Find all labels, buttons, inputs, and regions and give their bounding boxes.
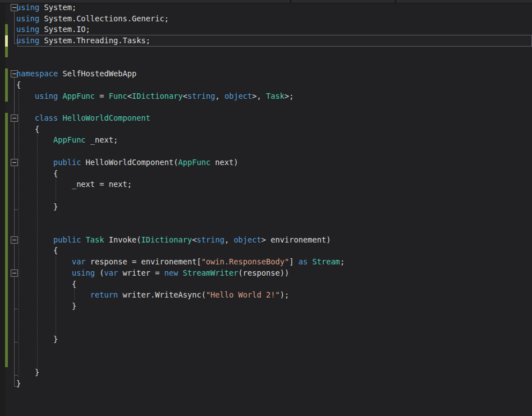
code-token: AppFunc bbox=[178, 158, 210, 167]
code-token: using bbox=[16, 36, 39, 45]
code-line-24[interactable]: var response = environement["owin.Respon… bbox=[16, 257, 532, 268]
code-token: writer = bbox=[118, 268, 164, 277]
code-token: return bbox=[16, 290, 118, 299]
code-editor[interactable]: using System;using System.Collections.Ge… bbox=[0, 0, 532, 416]
code-line-25[interactable]: using (var writer = new StreamWriter(res… bbox=[16, 268, 532, 279]
code-token: System.IO; bbox=[39, 25, 90, 34]
code-token: Func bbox=[109, 92, 127, 100]
code-line-32[interactable] bbox=[16, 345, 532, 356]
code-token: { bbox=[16, 246, 58, 255]
code-token: IDictionary bbox=[132, 92, 183, 100]
code-token: _next; bbox=[86, 135, 118, 144]
code-token: { bbox=[16, 80, 21, 89]
code-token: using bbox=[16, 25, 39, 34]
code-token: } bbox=[16, 368, 39, 377]
code-line-5[interactable] bbox=[16, 47, 532, 58]
code-token: public bbox=[16, 158, 81, 167]
code-line-26[interactable]: { bbox=[16, 279, 532, 290]
code-line-8[interactable]: { bbox=[16, 80, 532, 91]
code-token: using bbox=[16, 14, 39, 23]
code-line-30[interactable] bbox=[16, 323, 532, 334]
code-line-4[interactable]: using System.Threading.Tasks; bbox=[16, 35, 532, 47]
code-token: } bbox=[16, 301, 76, 310]
toolbar-group-divider bbox=[290, 0, 291, 3]
code-line-29[interactable] bbox=[16, 312, 532, 323]
code-token: HelloWorldComponent bbox=[62, 113, 150, 122]
code-token: public bbox=[16, 235, 81, 244]
code-line-27[interactable]: return writer.WriteAsync("Hello World 2!… bbox=[16, 290, 532, 301]
code-token: ); bbox=[280, 290, 289, 299]
code-token: as bbox=[299, 257, 308, 266]
code-token: Invoke( bbox=[104, 235, 141, 244]
code-line-2[interactable]: using System.Collections.Generic; bbox=[16, 13, 532, 25]
code-line-11[interactable]: class HelloWorldComponent bbox=[16, 113, 532, 124]
code-token: { bbox=[16, 169, 58, 178]
code-token: = bbox=[95, 92, 109, 100]
code-line-34[interactable]: } bbox=[16, 367, 532, 378]
code-token: AppFunc bbox=[16, 135, 86, 144]
code-token: object bbox=[224, 92, 252, 100]
code-line-19[interactable]: } bbox=[16, 202, 532, 213]
code-token: Task bbox=[86, 235, 104, 244]
code-token: "owin.ResponseBody" bbox=[201, 257, 290, 266]
code-line-9[interactable]: using AppFunc = Func<IDictionary<string,… bbox=[16, 91, 532, 102]
code-token: object bbox=[233, 235, 261, 244]
code-token: < bbox=[183, 92, 187, 100]
code-line-6[interactable] bbox=[16, 58, 532, 69]
code-token: System.Threading.Tasks; bbox=[39, 36, 150, 45]
code-line-22[interactable]: public Task Invoke(IDictionary<string, o… bbox=[16, 235, 532, 246]
code-token: , bbox=[215, 92, 224, 100]
code-token: string bbox=[196, 235, 224, 244]
code-token: System; bbox=[39, 3, 76, 12]
code-token: writer.WriteAsync( bbox=[118, 290, 206, 299]
code-line-17[interactable]: _next = next; bbox=[16, 179, 532, 190]
code-token: string bbox=[187, 92, 215, 100]
code-line-20[interactable] bbox=[16, 212, 532, 223]
code-token: >; bbox=[285, 92, 293, 100]
code-line-33[interactable] bbox=[16, 356, 532, 367]
code-line-13[interactable]: AppFunc _next; bbox=[16, 135, 532, 146]
code-line-10[interactable] bbox=[16, 102, 532, 113]
code-token: using bbox=[16, 3, 39, 12]
toolbar-bottom-edge bbox=[0, 0, 532, 3]
code-line-28[interactable]: } bbox=[16, 301, 532, 312]
code-token: _next = next; bbox=[16, 180, 132, 189]
code-line-15[interactable]: public HelloWorldComponent(AppFunc next) bbox=[16, 157, 532, 168]
code-token: IDictionary bbox=[141, 235, 192, 244]
code-text-area[interactable]: using System;using System.Collections.Ge… bbox=[0, 0, 532, 416]
toolbar-group-divider bbox=[395, 0, 396, 3]
code-line-35[interactable]: } bbox=[16, 378, 532, 390]
code-token: } bbox=[16, 379, 21, 388]
code-token: using bbox=[16, 92, 58, 100]
code-token: { bbox=[16, 125, 39, 134]
code-line-23[interactable]: { bbox=[16, 245, 532, 257]
code-token: var bbox=[16, 257, 86, 266]
code-token: SelfHostedWebApp bbox=[58, 69, 136, 78]
code-token: "Hello World 2!" bbox=[206, 290, 280, 299]
code-token: StreamWriter bbox=[183, 268, 239, 277]
code-line-14[interactable] bbox=[16, 146, 532, 157]
code-token: AppFunc bbox=[62, 92, 95, 100]
code-token: ] bbox=[289, 257, 298, 266]
code-token: } bbox=[16, 202, 58, 211]
code-line-18[interactable] bbox=[16, 190, 532, 202]
code-token: class bbox=[16, 113, 58, 122]
code-token: HelloWorldComponent( bbox=[81, 158, 178, 167]
code-line-12[interactable]: { bbox=[16, 124, 532, 135]
code-token: new bbox=[164, 268, 178, 277]
code-line-3[interactable]: using System.IO; bbox=[16, 24, 532, 35]
code-token: > environement) bbox=[262, 235, 331, 244]
code-line-16[interactable]: { bbox=[16, 168, 532, 180]
code-line-1[interactable]: using System; bbox=[16, 2, 532, 13]
code-line-7[interactable]: namespace SelfHostedWebApp bbox=[16, 68, 532, 80]
code-token: (response)) bbox=[239, 268, 290, 277]
code-token: } bbox=[16, 335, 58, 344]
code-token: next) bbox=[210, 158, 238, 167]
code-token: response = environement[ bbox=[86, 257, 201, 266]
code-line-31[interactable]: } bbox=[16, 334, 532, 345]
code-line-21[interactable] bbox=[16, 223, 532, 235]
code-token bbox=[178, 268, 182, 277]
code-token: ( bbox=[95, 268, 104, 277]
code-token: >, bbox=[252, 92, 266, 100]
code-token: System.Collections.Generic; bbox=[39, 14, 169, 23]
